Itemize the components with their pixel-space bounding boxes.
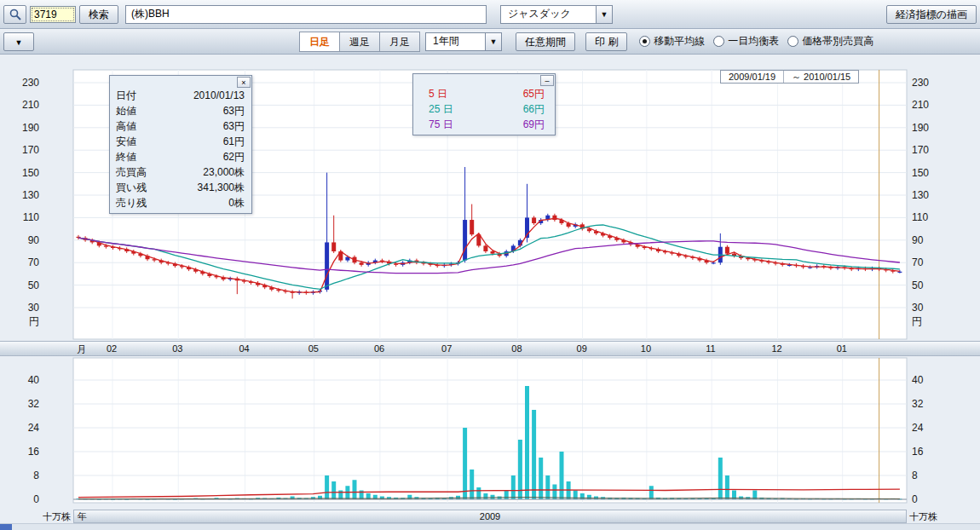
svg-text:30: 30: [28, 302, 40, 314]
svg-text:50: 50: [912, 279, 924, 291]
legend-header[interactable]: –: [413, 74, 555, 86]
svg-text:16: 16: [28, 446, 40, 458]
period-dropdown-icon[interactable]: ▼: [485, 33, 501, 50]
search-icon: [9, 8, 22, 21]
svg-text:0: 0: [912, 493, 918, 505]
search-button[interactable]: 検索: [79, 5, 118, 24]
tab-monthly[interactable]: 月足: [379, 32, 420, 52]
chart-control-bar: ▼ 日足 週足 月足 1年間 ▼ 任意期間 印 刷 移動平均線 一目均衡表 価格…: [0, 29, 980, 55]
svg-text:90: 90: [28, 234, 40, 246]
legend-label: 25 日: [429, 101, 453, 117]
radio-ichimoku-label: 一目均衡表: [728, 34, 779, 49]
economic-indicator-button[interactable]: 経済指標の描画: [886, 5, 977, 24]
info-label: 安値: [116, 134, 136, 149]
info-value: 63円: [223, 118, 245, 134]
legend-row-ma25: 25 日66円: [413, 101, 555, 117]
market-select-value: ジャスダック: [501, 7, 596, 21]
month-axis-label: 04: [239, 343, 249, 354]
overlay-radio-group: 移動平均線 一目均衡表 価格帯別売買高: [639, 34, 873, 49]
month-axis-label: 01: [837, 343, 847, 354]
radio-volume-by-price[interactable]: 価格帯別売買高: [787, 34, 873, 49]
svg-text:8: 8: [912, 470, 918, 481]
info-row-low: 安値61円: [110, 134, 251, 149]
month-axis-label: 05: [308, 343, 319, 354]
svg-text:90: 90: [912, 234, 924, 246]
month-axis-label: 11: [706, 343, 715, 354]
legend-value: 66円: [523, 101, 545, 117]
info-row-margin-buy: 買い残341,300株: [110, 180, 251, 195]
price-chart-panel: 2302302102101901901701701501501301301101…: [0, 55, 980, 341]
info-label: 買い残: [116, 180, 147, 195]
info-label: 売買高: [116, 164, 147, 180]
svg-text:円: 円: [29, 315, 39, 327]
month-axis-label: 06: [374, 343, 384, 354]
stock-code-input[interactable]: [30, 6, 76, 23]
year-axis-band: 年 2009: [73, 510, 907, 523]
quote-info-box[interactable]: × 日付2010/01/13 始値63円 高値63円 安値61円 終値62円 売…: [109, 75, 252, 214]
svg-text:40: 40: [912, 374, 924, 386]
svg-text:0: 0: [33, 493, 39, 505]
svg-text:130: 130: [22, 189, 39, 201]
info-row-margin-sell: 売り残0株: [110, 195, 251, 210]
radio-moving-average-dot: [639, 36, 650, 47]
radio-moving-average[interactable]: 移動平均線: [639, 34, 705, 49]
top-toolbar: 検索 ジャスダック ▼ 経済指標の描画: [0, 0, 980, 29]
info-value: 0株: [228, 195, 245, 210]
svg-text:40: 40: [28, 374, 40, 386]
date-range-start: 2009/01/19: [721, 71, 784, 83]
timeframe-tabs: 日足 週足 月足: [300, 32, 420, 52]
history-dropdown-button[interactable]: ▼: [3, 32, 34, 51]
svg-text:30: 30: [912, 302, 924, 314]
minimize-icon[interactable]: –: [540, 75, 554, 86]
svg-text:230: 230: [22, 77, 39, 89]
radio-volume-by-price-label: 価格帯別売買高: [802, 34, 873, 49]
svg-text:24: 24: [912, 422, 924, 434]
close-icon[interactable]: ×: [237, 77, 251, 88]
print-button[interactable]: 印 刷: [585, 32, 627, 51]
svg-text:8: 8: [33, 470, 39, 481]
volume-unit-left: 十万株: [0, 510, 73, 523]
quote-info-header[interactable]: ×: [110, 76, 251, 88]
info-value: 2010/01/13: [193, 88, 245, 103]
svg-text:210: 210: [912, 99, 929, 111]
svg-text:32: 32: [912, 398, 924, 410]
volume-chart-canvas[interactable]: 40403232242416168800: [0, 356, 980, 510]
month-axis-label: 12: [771, 343, 781, 354]
svg-text:32: 32: [28, 398, 40, 410]
scrollbar-thumb[interactable]: [0, 524, 12, 530]
market-select[interactable]: ジャスダック ▼: [500, 5, 613, 24]
month-axis-label: 03: [172, 343, 182, 354]
moving-average-legend-box[interactable]: – 5 日65円 25 日66円 75 日69円: [412, 73, 556, 135]
info-value: 23,000株: [203, 164, 245, 180]
info-row-date: 日付2010/01/13: [110, 88, 251, 103]
info-row-high: 高値63円: [110, 118, 251, 134]
month-axis-label: 09: [577, 343, 587, 354]
radio-ichimoku[interactable]: 一目均衡表: [713, 34, 779, 49]
info-label: 始値: [116, 103, 136, 118]
chevron-down-icon: ▼: [15, 38, 23, 47]
svg-text:110: 110: [23, 211, 39, 223]
tab-weekly[interactable]: 週足: [339, 32, 380, 52]
year-value: 2009: [480, 511, 500, 521]
month-axis-label: 08: [511, 343, 522, 354]
legend-label: 5 日: [429, 86, 447, 101]
info-label: 売り残: [116, 195, 147, 210]
info-label: 高値: [116, 118, 136, 134]
tab-daily[interactable]: 日足: [299, 32, 340, 52]
date-range-end: ～ 2010/01/15: [784, 71, 858, 83]
svg-text:70: 70: [28, 256, 40, 268]
radio-volume-by-price-dot: [787, 36, 798, 47]
stock-name-input[interactable]: [125, 5, 487, 24]
symbol-lookup-button[interactable]: [3, 5, 26, 24]
info-row-close: 終値62円: [110, 149, 251, 164]
svg-text:円: 円: [912, 315, 922, 327]
market-dropdown-icon[interactable]: ▼: [596, 6, 612, 23]
period-select[interactable]: 1年間 ▼: [425, 32, 502, 51]
custom-period-button[interactable]: 任意期間: [516, 32, 575, 51]
horizontal-scrollbar[interactable]: [0, 523, 980, 530]
info-value: 63円: [223, 103, 245, 118]
svg-text:150: 150: [912, 167, 929, 179]
info-row-volume: 売買高23,000株: [110, 164, 251, 180]
info-label: 終値: [116, 149, 136, 164]
svg-text:170: 170: [22, 144, 39, 156]
